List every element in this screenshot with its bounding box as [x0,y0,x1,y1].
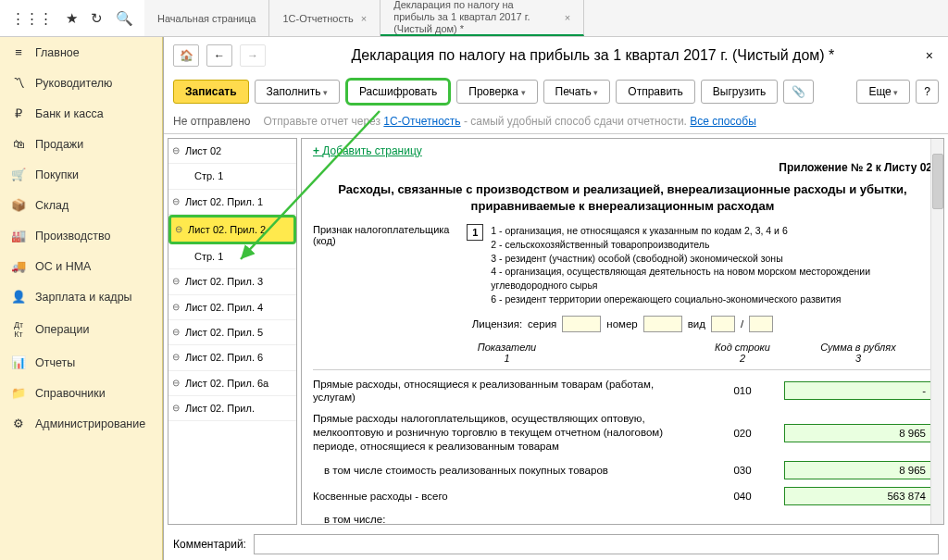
sidebar-item-label: Склад [35,199,69,212]
sidebar-item-label: Покупки [35,168,79,181]
tab-bar: Начальная страница 1С-Отчетность× Деклар… [144,0,584,36]
tree-item-selected[interactable]: Лист 02. Прил. 2 [168,215,296,244]
scrollbar[interactable] [930,139,943,524]
sidebar-item-label: Банк и касса [35,107,104,120]
check-button[interactable]: Проверка [456,80,537,104]
bag-icon: 🛍 [11,137,26,151]
help-button[interactable]: ? [916,80,939,104]
forward-button[interactable]: → [240,44,266,67]
tree-item[interactable]: Лист 02. Прил. [168,396,296,421]
sidebar-item-label: Руководителю [35,77,112,90]
export-button[interactable]: Выгрузить [701,80,779,104]
data-row: в том числе стоимость реализованных поку… [313,461,932,479]
reporting-link[interactable]: 1С-Отчетность [383,115,460,128]
sidebar-item-label: Отчеты [35,356,75,369]
sidebar-item-payroll[interactable]: 👤Зарплата и кадры [0,281,162,312]
tree-item[interactable]: Лист 02. Прил. 6 [168,345,296,370]
sidebar: ≡Главное 〽Руководителю ₽Банк и касса 🛍Пр… [0,37,163,560]
license-number-input[interactable] [643,316,682,332]
close-button[interactable]: × [920,48,939,63]
sidebar-item-sales[interactable]: 🛍Продажи [0,129,162,159]
search-icon[interactable]: 🔍 [116,10,133,27]
row-value-input[interactable] [784,487,932,505]
comment-row: Комментарий: [164,529,948,560]
title-row: 🏠 ← → Декларация по налогу на прибыль за… [164,37,948,74]
sidebar-item-admin[interactable]: ⚙Администрирование [0,408,162,439]
attach-button[interactable]: 📎 [783,80,814,104]
comment-input[interactable] [254,534,939,554]
row-label: Прямые расходы налогоплательщиков, осуще… [313,412,701,454]
license-type-input[interactable] [711,316,735,332]
license-type2-input[interactable] [749,316,773,332]
tree-item[interactable]: Лист 02. Прил. 3 [168,269,296,294]
tab-label: Начальная страница [157,13,256,24]
column-headers: Показатели1 Код строки2 Сумма в рублях3 [313,342,932,364]
row-code: 010 [701,385,784,396]
send-button[interactable]: Отправить [616,80,695,104]
scrollbar-thumb[interactable] [932,154,943,209]
tree-item[interactable]: Стр. 1 [168,244,296,269]
all-methods-link[interactable]: Все способы [690,115,756,128]
history-icon[interactable]: ↻ [91,10,103,27]
hamburger-icon: ≡ [11,45,26,59]
row-value-input[interactable] [784,461,932,479]
sidebar-item-assets[interactable]: 🚚ОС и НМА [0,251,162,281]
tree-item[interactable]: Лист 02. Прил. 6а [168,371,296,396]
gear-icon: ⚙ [11,417,26,430]
tree-item[interactable]: Лист 02 [168,139,296,164]
ruble-icon: ₽ [11,106,26,120]
debit-icon: ДтКт [11,320,26,339]
sidebar-item-label: Зарплата и кадры [35,291,132,304]
sidebar-item-reports[interactable]: 📊Отчеты [0,347,162,378]
print-button[interactable]: Печать [543,80,611,104]
tree-item[interactable]: Лист 02. Прил. 1 [168,190,296,215]
sidebar-item-production[interactable]: 🏭Производство [0,220,162,251]
tab-label: 1С-Отчетность [282,13,353,24]
taxcode-description: 1 - организация, не относящаяся к указан… [491,224,932,305]
tree-item[interactable]: Стр. 1 [168,164,296,189]
tab-home[interactable]: Начальная страница [144,0,269,36]
appendix-title: Приложение № 2 к Листу 02 [313,161,932,174]
decrypt-button[interactable]: Расшифровать [345,78,451,106]
row-code: 030 [701,465,784,476]
tree-item[interactable]: Лист 02. Прил. 5 [168,320,296,345]
data-row: Прямые расходы налогоплательщиков, осуще… [313,412,932,454]
sidebar-item-bank[interactable]: ₽Банк и касса [0,98,162,129]
taxcode-value[interactable]: 1 [467,224,483,241]
back-button[interactable]: ← [206,44,232,67]
row-label: в том числе стоимость реализованных поку… [313,464,701,478]
tree-item[interactable]: Лист 02. Прил. 4 [168,295,296,320]
sidebar-item-label: Администрирование [35,417,145,430]
sidebar-item-operations[interactable]: ДтКтОперации [0,312,162,347]
box-icon: 📦 [11,198,26,212]
close-icon[interactable]: × [565,12,570,23]
sidebar-item-purchases[interactable]: 🛒Покупки [0,159,162,190]
sidebar-item-main[interactable]: ≡Главное [0,37,162,68]
sidebar-item-label: Операции [35,323,89,336]
more-button[interactable]: Еще [856,80,910,104]
sidebar-item-warehouse[interactable]: 📦Склад [0,190,162,220]
toolbar: Записать Заполнить Расшифровать Проверка… [164,74,948,109]
row-label: Косвенные расходы - всего [313,490,701,504]
sidebar-item-catalogs[interactable]: 📁Справочники [0,378,162,408]
apps-icon[interactable]: ⋮⋮⋮ [11,10,53,27]
add-page-link[interactable]: Добавить страницу [313,144,422,157]
sidebar-item-manager[interactable]: 〽Руководителю [0,68,162,98]
cart-icon: 🛒 [11,168,26,181]
star-icon[interactable]: ★ [66,10,78,27]
chart-icon: 〽 [11,76,26,90]
status-message: Отправьте отчет через 1С-Отчетность - са… [264,115,756,128]
page-title: Декларация по налогу на прибыль за 1 ква… [273,47,913,64]
row-value-input[interactable] [784,381,932,400]
tab-declaration[interactable]: Декларация по налогу на прибыль за 1 ква… [380,0,584,36]
row-value-input[interactable] [784,424,932,442]
form-area: Добавить страницу Приложение № 2 к Листу… [301,138,944,525]
fill-button[interactable]: Заполнить [255,80,340,104]
tab-reporting[interactable]: 1С-Отчетность× [269,0,380,36]
license-series-input[interactable] [562,316,601,332]
home-button[interactable]: 🏠 [173,44,199,67]
taxcode-label: Признак налогоплательщика (код) [313,224,459,246]
page-tree[interactable]: Лист 02 Стр. 1 Лист 02. Прил. 1 Лист 02.… [168,138,297,525]
close-icon[interactable]: × [361,13,367,24]
save-button[interactable]: Записать [173,80,249,104]
